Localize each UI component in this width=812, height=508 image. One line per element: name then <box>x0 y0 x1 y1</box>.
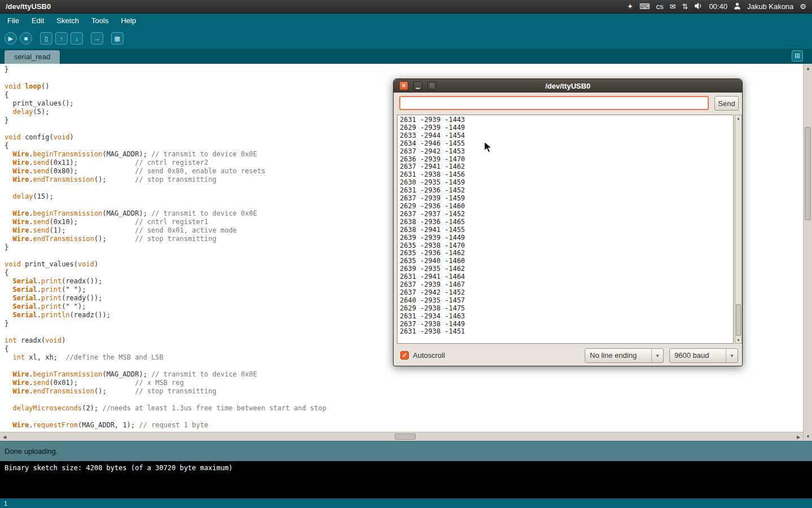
serial-output-scrollbar[interactable]: ▲ ▼ <box>735 115 742 344</box>
serial-monitor-titlebar[interactable]: ✕ ▁ □ /dev/ttyUSB0 <box>394 79 742 93</box>
user-icon <box>734 2 741 11</box>
serial-monitor-button[interactable]: ▦ <box>111 32 123 45</box>
serial-line: 2637 -2942 -1452 <box>400 289 733 297</box>
menu-item-tools[interactable]: Tools <box>85 14 114 28</box>
serial-line: 2637 -2937 -1452 <box>400 211 733 218</box>
check-icon: ✓ <box>402 352 407 359</box>
user-menu[interactable]: Jakub Kakona <box>747 2 793 11</box>
serial-output[interactable]: 2631 -2939 -14432629 -2939 -14492633 -29… <box>397 115 734 344</box>
serial-line: 2629 -2938 -1475 <box>400 305 733 313</box>
menu-item-sketch[interactable]: Sketch <box>50 14 85 28</box>
baud-rate-select[interactable]: 9600 baud ▼ <box>669 348 738 363</box>
serial-line: 2639 -2935 -1462 <box>400 265 733 273</box>
upload-button[interactable]: → <box>91 32 103 45</box>
scroll-left-icon[interactable]: ◀ <box>0 432 9 441</box>
serial-line: 2638 -2941 -1455 <box>400 226 733 234</box>
serial-line: 2637 -2942 -1453 <box>400 148 733 156</box>
scroll-right-icon[interactable]: ▶ <box>794 432 803 441</box>
serial-line: 2630 -2935 -1459 <box>400 179 733 187</box>
autoscroll-label: Autoscroll <box>413 351 445 360</box>
verify-button[interactable]: ▶ <box>5 32 17 45</box>
serial-line: 2637 -2939 -1467 <box>400 281 733 289</box>
save-button[interactable]: ↓ <box>70 32 83 45</box>
keyboard-layout-icon[interactable]: ⌨ <box>639 3 650 10</box>
serial-line: 2635 -2938 -1470 <box>400 242 733 250</box>
tab-menu-button[interactable]: ⊞ <box>792 50 803 62</box>
chevron-down-icon: ▼ <box>651 349 663 362</box>
serial-line: 2635 -2940 -1460 <box>400 257 733 265</box>
status-bar: Done uploading. <box>0 441 812 461</box>
serial-line: 2631 -2936 -1452 <box>400 187 733 195</box>
horizontal-scrollbar[interactable]: ◀ ▶ <box>0 432 803 441</box>
toolbar: ▶■▯↑↓→▦ <box>0 28 812 49</box>
desktop-panel: /dev/ttyUSB0 ✦ ⌨ cs ✉ ⇅ 00:40 Jakub Kako… <box>0 0 812 14</box>
console: Binary sketch size: 4208 bytes (of a 307… <box>0 461 812 498</box>
menu-bar: FileEditSketchToolsHelp <box>0 14 812 28</box>
maximize-icon: □ <box>430 84 433 89</box>
network-sync-icon[interactable]: ⇅ <box>682 3 688 10</box>
window-close-button[interactable]: ✕ <box>399 81 408 90</box>
mail-icon[interactable]: ✉ <box>670 3 676 10</box>
scroll-up-icon[interactable]: ▲ <box>804 64 812 73</box>
code-line <box>5 396 803 404</box>
upload-icon: → <box>94 35 100 42</box>
serial-monitor-title: /dev/ttyUSB0 <box>545 82 590 90</box>
horizontal-scroll-thumb[interactable] <box>395 433 416 440</box>
tab-bar: serial_read ⊞ <box>0 49 812 64</box>
console-line: Binary sketch size: 4208 bytes (of a 307… <box>5 464 807 472</box>
serial-send-input[interactable] <box>399 96 709 110</box>
menu-item-edit[interactable]: Edit <box>25 14 50 28</box>
autoscroll-checkbox[interactable]: ✓ <box>400 351 409 360</box>
code-line: Wire.beginTransmission(MAG_ADDR); // tra… <box>5 370 803 379</box>
serial-line: 2637 -2941 -1462 <box>400 163 733 171</box>
indicator-applet-icon[interactable]: ✦ <box>627 3 633 10</box>
serial-scroll-up-icon[interactable]: ▲ <box>735 115 742 121</box>
open-button[interactable]: ↑ <box>55 32 68 45</box>
serial-scroll-down-icon[interactable]: ▼ <box>735 337 742 343</box>
scroll-down-icon[interactable]: ▼ <box>804 432 812 441</box>
line-ending-value: No line ending <box>585 349 651 362</box>
tab-serial-read[interactable]: serial_read <box>5 50 60 64</box>
close-icon: ✕ <box>401 84 406 89</box>
window-minimize-button[interactable]: ▁ <box>413 81 422 90</box>
code-line: Wire.endTransmission(); // stop transmit… <box>5 387 803 396</box>
serial-line: 2629 -2936 -1460 <box>400 203 733 211</box>
vertical-scroll-thumb[interactable] <box>805 127 811 220</box>
serial-monitor-controls: ✓ Autoscroll No line ending ▼ 9600 baud … <box>394 348 743 364</box>
serial-line: 2633 -2944 -1454 <box>400 132 733 140</box>
new-sketch-icon: ▯ <box>45 35 48 42</box>
vertical-scrollbar[interactable]: ▲ ▼ <box>803 64 812 441</box>
serial-scroll-thumb[interactable] <box>736 304 741 336</box>
stop-button[interactable]: ■ <box>20 32 32 45</box>
line-ending-select[interactable]: No line ending ▼ <box>585 348 664 363</box>
serial-line: 2631 -2939 -1443 <box>400 116 733 124</box>
serial-line: 2637 -2939 -1459 <box>400 195 733 203</box>
serial-line: 2631 -2938 -1456 <box>400 171 733 179</box>
serial-line: 2639 -2939 -1449 <box>400 234 733 242</box>
code-line: Wire.requestFrom(MAG_ADDR, 1); // reques… <box>5 421 803 430</box>
code-line: } <box>5 65 803 74</box>
current-line-number: 1 <box>4 500 7 507</box>
minimize-icon: ▁ <box>416 84 420 89</box>
status-message: Done uploading. <box>5 447 58 456</box>
serial-line: 2638 -2936 -1465 <box>400 218 733 226</box>
serial-line: 2634 -2946 -1455 <box>400 140 733 148</box>
window-maximize-button[interactable]: □ <box>427 81 436 90</box>
mouse-cursor <box>484 141 493 156</box>
panel-indicators: ✦ ⌨ cs ✉ ⇅ 00:40 Jakub Kakona ⚙ <box>627 2 806 11</box>
clock[interactable]: 00:40 <box>709 2 727 11</box>
open-icon: ↑ <box>60 35 63 42</box>
new-sketch-button[interactable]: ▯ <box>40 32 52 45</box>
session-gear-icon[interactable]: ⚙ <box>800 3 806 10</box>
code-line: Wire.send(0x01); // x MSB reg <box>5 379 803 387</box>
menu-item-file[interactable]: File <box>1 14 25 28</box>
serial-monitor-icon: ▦ <box>114 35 120 42</box>
stop-icon: ■ <box>24 35 28 42</box>
keyboard-layout-label[interactable]: cs <box>656 2 664 11</box>
menu-item-help[interactable]: Help <box>114 14 142 28</box>
panel-window-title: /dev/ttyUSB0 <box>6 2 51 11</box>
send-button[interactable]: Send <box>714 96 739 111</box>
serial-line: 2640 -2935 -1457 <box>400 297 733 305</box>
code-line <box>5 413 803 421</box>
volume-icon[interactable] <box>694 2 703 11</box>
